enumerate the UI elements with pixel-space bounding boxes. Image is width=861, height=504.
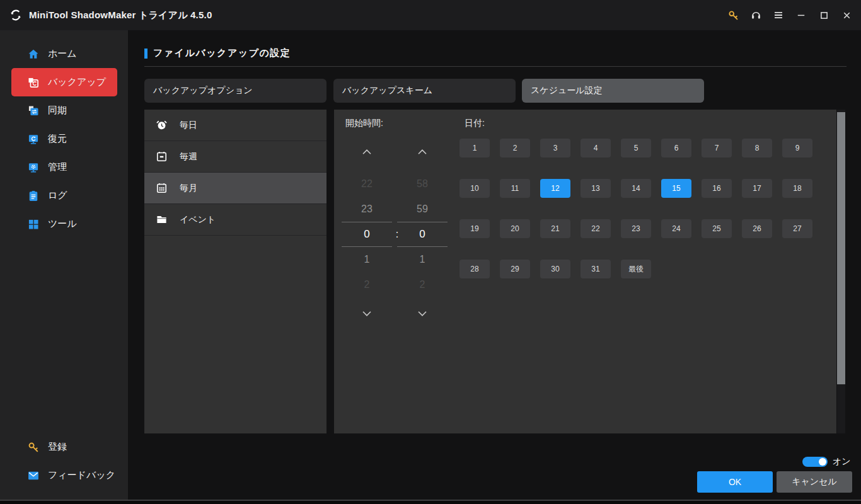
menu-icon[interactable] (771, 8, 785, 22)
minute-down-button[interactable] (397, 307, 448, 323)
support-headset-icon[interactable] (749, 8, 763, 22)
schedule-type-label: 毎月 (180, 183, 197, 194)
minute-selected-value[interactable]: 0 (397, 222, 448, 247)
day-button-13[interactable]: 13 (581, 179, 611, 198)
day-button-4[interactable]: 4 (581, 139, 611, 158)
day-button-29[interactable]: 29 (500, 260, 530, 278)
sidebar-item-home[interactable]: ホーム (11, 40, 117, 68)
scrollbar-track[interactable] (837, 110, 845, 433)
sidebar-item-sync[interactable]: 同期 (11, 96, 117, 125)
schedule-type-panel: 毎日毎週毎月イベント (144, 110, 326, 433)
hour-value[interactable]: 22 (342, 171, 392, 197)
titlebar-left: MiniTool ShadowMaker トライアル 4.5.0 (9, 8, 212, 22)
schedule-toggle-row: オン (802, 456, 851, 467)
day-button-18[interactable]: 18 (782, 179, 812, 198)
day-button-19[interactable]: 19 (459, 219, 490, 238)
day-button-9[interactable]: 9 (782, 139, 812, 158)
day-button-16[interactable]: 16 (702, 179, 732, 198)
sidebar-item-log[interactable]: ログ (11, 181, 117, 210)
tabs-row: バックアップオプションバックアップスキームスケジュール設定 (144, 79, 711, 103)
day-button-5[interactable]: 5 (621, 139, 651, 158)
sidebar-item-restore[interactable]: 復元 (11, 125, 117, 153)
hour-selected-value[interactable]: 0 (342, 222, 392, 247)
sidebar-item-tools[interactable]: ツール (11, 210, 117, 238)
day-button-last[interactable]: 最後 (621, 260, 651, 278)
minute-values: 5859012 (397, 171, 448, 297)
minute-up-button[interactable] (397, 145, 448, 160)
cancel-button[interactable]: キャンセル (777, 471, 852, 493)
sidebar-item-label: 管理 (48, 161, 67, 173)
calendar-month-icon (154, 181, 168, 195)
day-button-6[interactable]: 6 (661, 139, 691, 158)
hour-value[interactable]: 2 (342, 272, 392, 297)
minute-value[interactable]: 2 (397, 272, 448, 297)
tab-backup-scheme[interactable]: バックアップスキーム (333, 79, 516, 103)
day-button-27[interactable]: 27 (782, 219, 812, 238)
day-button-11[interactable]: 11 (500, 179, 530, 198)
day-button-14[interactable]: 14 (621, 179, 651, 198)
day-button-28[interactable]: 28 (459, 260, 490, 278)
day-button-12[interactable]: 12 (540, 179, 570, 198)
ok-button[interactable]: OK (697, 471, 773, 493)
sidebar-item-backup[interactable]: バックアップ (11, 68, 117, 96)
license-key-icon[interactable] (726, 8, 740, 22)
day-button-21[interactable]: 21 (540, 219, 570, 238)
day-button-8[interactable]: 8 (742, 139, 772, 158)
sync-icon (27, 105, 40, 117)
schedule-type-weekly[interactable]: 毎週 (144, 141, 326, 173)
key-icon (27, 441, 40, 454)
schedule-type-label: イベント (180, 214, 216, 226)
sidebar-bottom-nav: 登録フィードバック (0, 433, 128, 490)
day-button-24[interactable]: 24 (661, 219, 691, 238)
day-button-30[interactable]: 30 (540, 260, 570, 278)
sidebar-item-feedback[interactable]: フィードバック (11, 461, 117, 490)
sidebar-item-manage[interactable]: 管理 (11, 153, 117, 181)
minute-value[interactable]: 1 (397, 247, 448, 272)
manage-icon (27, 161, 40, 174)
minimize-button[interactable] (794, 8, 808, 22)
titlebar: MiniTool ShadowMaker トライアル 4.5.0 (0, 0, 861, 30)
day-button-31[interactable]: 31 (581, 260, 611, 278)
close-button[interactable] (840, 8, 853, 22)
day-button-3[interactable]: 3 (540, 139, 570, 158)
day-button-1[interactable]: 1 (459, 139, 490, 158)
hour-up-button[interactable] (342, 145, 392, 160)
date-label: 日付: (465, 118, 485, 129)
day-button-10[interactable]: 10 (459, 179, 490, 198)
day-button-23[interactable]: 23 (621, 219, 651, 238)
tab-label: バックアップオプション (153, 85, 253, 96)
schedule-type-event[interactable]: イベント (144, 204, 326, 236)
day-button-7[interactable]: 7 (702, 139, 732, 158)
schedule-type-monthly[interactable]: 毎月 (144, 173, 326, 204)
day-button-22[interactable]: 22 (581, 219, 611, 238)
hour-value[interactable]: 23 (342, 197, 392, 222)
scrollbar-thumb[interactable] (837, 112, 845, 384)
minute-value[interactable]: 59 (397, 197, 448, 222)
tab-schedule-settings[interactable]: スケジュール設定 (522, 79, 704, 103)
backup-icon (27, 76, 40, 89)
start-time-label: 開始時間: (345, 118, 383, 129)
sidebar-item-label: 同期 (48, 105, 67, 117)
hour-spinner: 2223012 (342, 145, 392, 323)
sidebar-item-label: 復元 (48, 133, 67, 145)
schedule-enabled-toggle[interactable] (802, 457, 828, 467)
sidebar-item-register[interactable]: 登録 (11, 433, 117, 461)
day-button-25[interactable]: 25 (702, 219, 732, 238)
day-button-15[interactable]: 15 (661, 179, 691, 198)
tab-backup-options[interactable]: バックアップオプション (144, 79, 326, 103)
calendar-week-icon (154, 150, 168, 164)
schedule-type-daily[interactable]: 毎日 (144, 110, 326, 141)
day-button-2[interactable]: 2 (500, 139, 530, 158)
header-divider (144, 66, 847, 67)
hour-value[interactable]: 1 (342, 247, 392, 272)
chevron-down-icon (417, 309, 428, 321)
hour-down-button[interactable] (342, 307, 392, 323)
minute-value[interactable]: 58 (397, 171, 448, 197)
main-content: ファイルバックアップの設定 バックアップオプションバックアップスキームスケジュー… (128, 30, 861, 500)
chevron-down-icon (361, 309, 373, 321)
day-button-26[interactable]: 26 (742, 219, 772, 238)
day-button-17[interactable]: 17 (742, 179, 772, 198)
maximize-button[interactable] (817, 8, 831, 22)
day-grid: 1234567891011121314151617181920212223242… (459, 139, 812, 278)
day-button-20[interactable]: 20 (500, 219, 530, 238)
